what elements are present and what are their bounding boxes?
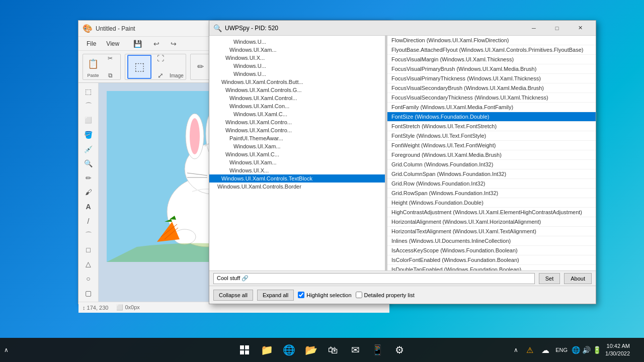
prop-fontweight[interactable]: FontWeight (Windows.UI.Text.FontWeight)	[387, 141, 596, 150]
prop-highcontrast[interactable]: HighContrastAdjustment (Windows.UI.Xaml.…	[387, 208, 596, 217]
pencil-left-tool[interactable]: ✏	[80, 171, 97, 185]
uwpspy-tree-panel[interactable]: Windows.U... Windows.UI.Xam... Windows.U…	[209, 36, 385, 270]
prop-focusvisualprimarythickness[interactable]: FocusVisualPrimaryThickness (Windows.UI.…	[387, 74, 596, 83]
uwpspy-close[interactable]: ✕	[569, 20, 592, 36]
copy-button[interactable]: ⧉	[102, 67, 118, 83]
prop-isdoubletapenabled[interactable]: IsDoubleTapEnabled (Windows.Foundation.B…	[387, 265, 596, 270]
line-tool[interactable]: /	[80, 214, 97, 228]
tree-item-border[interactable]: Windows.UI.Xaml.Controls.Border	[209, 183, 385, 191]
detailed-property-label[interactable]: Detailed property list	[356, 292, 415, 298]
curve-tool[interactable]: ⌒	[80, 229, 97, 242]
prop-fontfamily[interactable]: FontFamily (Windows.UI.Xaml.Media.FontFa…	[387, 103, 596, 112]
redo-button[interactable]: ↪	[166, 36, 182, 52]
taskbar-app-store[interactable]: 🛍	[323, 340, 343, 360]
prop-focusvisualprimarybrush[interactable]: FocusVisualPrimaryBrush (Windows.UI.Xaml…	[387, 64, 596, 74]
prop-flowdirection[interactable]: FlowDirection (Windows.UI.Xaml.FlowDirec…	[387, 36, 596, 45]
prop-flyoutbase[interactable]: FlyoutBase.AttachedFlyout (Windows.UI.Xa…	[387, 45, 596, 55]
notification-chevron[interactable]: ∧	[4, 346, 9, 353]
shape-tool[interactable]: □	[80, 243, 97, 257]
battery-icon[interactable]: 🔋	[593, 346, 601, 354]
tree-item-4[interactable]: Windows.U...	[209, 70, 385, 78]
taskbar-app-filemanager[interactable]: 📂	[301, 340, 321, 360]
prop-gridrowspan[interactable]: Grid.RowSpan (Windows.Foundation.Int32)	[387, 189, 596, 198]
prop-inlines[interactable]: Inlines (Windows.UI.Documents.InlineColl…	[387, 236, 596, 246]
polygon-tool[interactable]: △	[80, 257, 97, 271]
file-menu[interactable]: File	[83, 39, 100, 48]
network-icon[interactable]: 🌐	[572, 346, 580, 354]
tree-item-13[interactable]: Windows.UI.Xam...	[209, 142, 385, 150]
prop-fontsize[interactable]: FontSize (Windows.Foundation.Double)	[387, 112, 596, 122]
eraser-left-tool[interactable]: ⬜	[80, 114, 97, 127]
ellipse-tool[interactable]: ○	[80, 272, 97, 286]
system-tray-chevron[interactable]: ∧	[512, 344, 520, 355]
save-button[interactable]: 💾	[129, 36, 145, 52]
uwpspy-maximize[interactable]: □	[545, 20, 569, 36]
select-tool[interactable]: ⬚	[127, 55, 151, 79]
tree-item-15[interactable]: Windows.UI.Xam...	[209, 158, 385, 166]
prop-focusvisualsecondarythickness[interactable]: FocusVisualSecondaryThickness (Windows.U…	[387, 93, 596, 103]
rounded-rect-tool[interactable]: ▢	[80, 286, 97, 300]
fill-left-tool[interactable]: 🪣	[80, 128, 97, 142]
taskbar-clock[interactable]: 10:42 AM 1/30/2022	[605, 342, 630, 358]
brush-tool[interactable]: 🖌	[80, 186, 97, 199]
tree-item-3[interactable]: Windows.U...	[209, 62, 385, 70]
taskbar-app-phone[interactable]: 📱	[367, 340, 387, 360]
prop-height[interactable]: Height (Windows.Foundation.Double)	[387, 198, 596, 208]
about-button[interactable]: About	[564, 273, 592, 284]
resize-button[interactable]: ⤢	[152, 67, 169, 83]
cut-button[interactable]: ✂	[102, 50, 118, 66]
taskbar-app-settings[interactable]: ⚙	[389, 340, 410, 360]
start-button[interactable]	[234, 340, 255, 360]
value-input[interactable]	[213, 273, 535, 284]
prop-isaccesskeyscope[interactable]: IsAccessKeyScope (Windows.Foundation.Boo…	[387, 246, 596, 255]
view-menu[interactable]: View	[102, 39, 123, 48]
undo-button[interactable]: ↩	[148, 36, 165, 52]
uwpspy-properties-panel[interactable]: FlowDirection (Windows.UI.Xaml.FlowDirec…	[387, 36, 596, 270]
expand-all-button[interactable]: Expand all	[257, 290, 294, 301]
prop-fontstretch[interactable]: FontStretch (Windows.UI.Text.FontStretch…	[387, 122, 596, 131]
collapse-all-button[interactable]: Collapse all	[213, 290, 253, 301]
prop-gridrow[interactable]: Grid.Row (Windows.Foundation.Int32)	[387, 179, 596, 189]
language-indicator[interactable]: ENG	[555, 347, 568, 353]
cloud-icon[interactable]: ☁	[539, 343, 551, 357]
highlight-selection-checkbox[interactable]	[298, 292, 304, 298]
paste-button[interactable]: 📋	[85, 56, 101, 72]
show-desktop-button[interactable]	[634, 340, 638, 360]
detailed-property-checkbox[interactable]	[356, 292, 362, 298]
prop-foreground[interactable]: Foreground (Windows.UI.Xaml.Media.Brush)	[387, 150, 596, 160]
tree-item-2[interactable]: Windows.UI.X...	[209, 54, 385, 62]
tree-item-12[interactable]: PaintUI.ThemeAwar...	[209, 134, 385, 142]
tree-item-16[interactable]: Windows.UI.X...	[209, 166, 385, 174]
tree-item-5[interactable]: Windows.UI.Xaml.Controls.Butt...	[209, 78, 385, 86]
taskbar-app-explorer[interactable]: 📁	[257, 340, 277, 360]
tree-item-7[interactable]: Windows.UI.Xaml.Control...	[209, 94, 385, 102]
prop-iscolorfontenabled[interactable]: IsColorFontEnabled (Windows.Foundation.B…	[387, 255, 596, 265]
prop-gridcolumnspan[interactable]: Grid.ColumnSpan (Windows.Foundation.Int3…	[387, 169, 596, 179]
set-button[interactable]: Set	[539, 273, 560, 284]
prop-focusvisualsecondarybrush[interactable]: FocusVisualSecondaryBrush (Windows.UI.Xa…	[387, 83, 596, 93]
pencil-tool[interactable]: ✏	[193, 59, 209, 75]
prop-horizontaltextalignment[interactable]: HorizontalTextAlignment (Windows.UI.Xaml…	[387, 227, 596, 236]
tree-item-0[interactable]: Windows.U...	[209, 38, 385, 46]
text-left-tool[interactable]: A	[80, 200, 97, 214]
uwpspy-minimize[interactable]: ─	[522, 20, 545, 36]
select-rect-tool[interactable]: ⬚	[80, 85, 97, 99]
tree-item-8[interactable]: Windows.UI.Xaml.Con...	[209, 102, 385, 110]
tree-item-10[interactable]: Windows.UI.Xaml.Contro...	[209, 118, 385, 126]
prop-fontstyle[interactable]: FontStyle (Windows.UI.Text.FontStyle)	[387, 131, 596, 141]
zoom-tool[interactable]: 🔍	[80, 157, 97, 170]
taskbar-app-mail[interactable]: ✉	[345, 340, 365, 360]
select-free-tool[interactable]: ⌒	[80, 100, 97, 113]
tree-item-9[interactable]: Windows.UI.Xaml.C...	[209, 110, 385, 118]
prop-horizontalalignment[interactable]: HorizontalAlignment (Windows.UI.Xaml.Hor…	[387, 217, 596, 227]
eyedropper-left-tool[interactable]: 💉	[80, 142, 97, 156]
highlight-selection-label[interactable]: Highlight selection	[298, 292, 351, 298]
volume-icon[interactable]: 🔊	[582, 346, 591, 354]
tree-item-14[interactable]: Windows.UI.Xaml.C...	[209, 150, 385, 158]
tree-item-11[interactable]: Windows.UI.Xaml.Contro...	[209, 126, 385, 134]
warning-icon[interactable]: ⚠	[524, 343, 535, 357]
tree-item-6[interactable]: Windows.UI.Xaml.Controls.G...	[209, 86, 385, 94]
tree-item-1[interactable]: Windows.UI.Xam...	[209, 46, 385, 54]
taskbar-app-edge[interactable]: 🌐	[279, 340, 299, 360]
crop-button[interactable]: ⛶	[152, 50, 169, 66]
